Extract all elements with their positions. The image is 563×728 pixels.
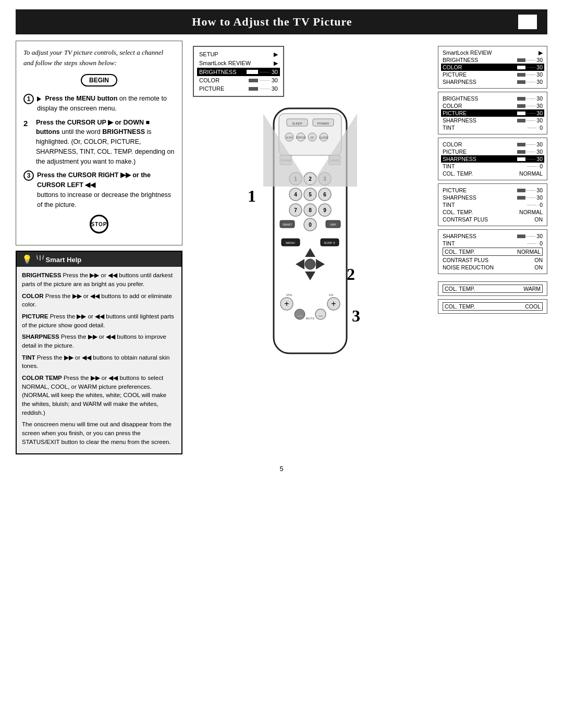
right-menu-7: COL. TEMP. COOL (438, 299, 547, 314)
right-menu-4: PICTURE ········30 SHARPNESS ········30 … (438, 183, 547, 226)
closing-text: The onscreen menu will time out and disa… (22, 420, 176, 446)
rm4-tint: TINT ·········0 (443, 201, 543, 208)
step-2: 2 Press the CURSOR UP ▶ or DOWN ■ button… (23, 118, 175, 167)
step-1-text: Press the MENU button on the remote to d… (37, 94, 175, 114)
step-3: 3 Press the CURSOR RIGHT ▶▶ or the CURSO… (23, 170, 175, 209)
rm2-sharpness: SHARPNESS ········30 (443, 117, 543, 124)
rm1-brightness: BRIGHTNESS ········30 (443, 56, 543, 64)
svg-text:5: 5 (309, 192, 312, 198)
tint-help: TINT Press the ▶▶ or ◀◀ buttons to obtai… (22, 353, 176, 371)
right-menu-3: COLOR ········30 PICTURE ········30 SHAR… (438, 138, 547, 180)
smart-help-title: \ | / Smart Help (36, 255, 81, 264)
smart-help-header: 💡 \ | / Smart Help (17, 252, 181, 267)
intro-box: To adjust your TV picture controls, sele… (16, 41, 182, 245)
rm1-picture: PICTURE ········30 (443, 71, 543, 78)
onscreen-menu-overlay: SETUP ▶ SmartLock REVIEW ▶ BRIGHTNESS ··… (193, 46, 284, 97)
rm2-brightness: BRIGHTNESS ········30 (443, 95, 543, 102)
brightness-label: BRIGHTNESS (22, 272, 61, 278)
rm2-tint: TINT ·········0 (443, 124, 543, 131)
stop-label: STOP (91, 220, 107, 228)
svg-text:VOL: VOL (286, 293, 293, 297)
svg-text:+: + (331, 299, 336, 308)
svg-marker-1 (310, 114, 357, 187)
temp-warm-label: COL. TEMP. (445, 286, 475, 292)
colortemp-help: COLOR TEMP Press the ▶▶ or ◀◀ buttons to… (22, 374, 176, 417)
brightness-help: BRIGHTNESS Press the ▶▶ or ◀◀ buttons un… (22, 271, 176, 288)
step-2-text: Press the CURSOR UP ▶ or DOWN ■ buttons … (36, 118, 175, 167)
svg-text:—: — (298, 313, 302, 318)
step-3-number: 3 (23, 170, 34, 181)
right-menu-1: SmartLock REVIEW▶ BRIGHTNESS ········30 … (438, 46, 547, 89)
rm4-sharpness: SHARPNESS ········30 (443, 194, 543, 201)
menu-color-row: COLOR ········ 30 (199, 76, 278, 84)
temp-warm-value: WARM (523, 286, 541, 292)
lightbulb-icon: 💡 (22, 254, 32, 264)
svg-text:SKIP: SKIP (330, 223, 336, 226)
rm3-coltemp: COL. TEMP. NORMAL (443, 170, 543, 177)
svg-point-52 (305, 259, 315, 269)
funnel-arrows (263, 114, 357, 188)
right-menu-6: COL. TEMP. WARM (438, 281, 547, 296)
tint-label: TINT (22, 354, 35, 361)
rm3-picture: PICTURE ········30 (443, 148, 543, 155)
menu-smartlock-row: SmartLock REVIEW ▶ (199, 59, 278, 68)
right-menu-2: BRIGHTNESS ········30 COLOR ········30 P… (438, 92, 547, 134)
rm2-color: COLOR ········30 (443, 102, 543, 109)
right-menu-5: SHARPNESS ········30 TINT ·········0 COL… (438, 229, 547, 274)
stop-badge: STOP (23, 215, 175, 233)
smart-help-box: 💡 \ | / Smart Help BRIGHTNESS Press the … (16, 251, 182, 454)
rm1-sharpness: SHARPNESS ········30 (443, 78, 543, 85)
picture-help: PICTURE Press the ▶▶ or ◀◀ buttons until… (22, 312, 176, 329)
center-column: SETUP ▶ SmartLock REVIEW ▶ BRIGHTNESS ··… (182, 41, 438, 454)
rm6-coltemp-warm: COL. TEMP. WARM (443, 285, 543, 293)
svg-text:MUTE: MUTE (306, 317, 315, 320)
picture-label: PICTURE (22, 313, 48, 319)
step-1-number: 1 (23, 94, 34, 104)
rm1-smartlock: SmartLock REVIEW▶ (443, 49, 543, 56)
rm5-coltemp-boxed: COL. TEMP. NORMAL (443, 248, 543, 256)
menu-setup-row: SETUP ▶ (199, 50, 278, 59)
rm4-picture: PICTURE ········30 (443, 187, 543, 194)
stop-circle: STOP (90, 215, 108, 233)
svg-text:CH: CH (329, 293, 334, 297)
svg-marker-0 (263, 114, 310, 187)
rm4-contrsat: CONTRSAT PLUS ON (443, 216, 543, 223)
color-help: COLOR Press the ▶▶ or ◀◀ buttons to add … (22, 292, 176, 309)
rm3-sharpness-highlighted: SHARPNESS ········30 (441, 155, 544, 163)
step-3-overlay: 3 (352, 306, 360, 326)
left-column: To adjust your TV picture controls, sele… (16, 41, 182, 454)
color-help-text: Press the ▶▶ or ◀◀ buttons to add or eli… (22, 293, 172, 308)
svg-text:7: 7 (294, 207, 297, 213)
header-corner-box (518, 15, 537, 29)
svg-text:SURF II: SURF II (324, 241, 335, 244)
svg-text:8: 8 (309, 207, 312, 213)
temp-cool-value: COOL (525, 303, 541, 310)
page-number: 5 (0, 465, 563, 473)
color-label: COLOR (22, 293, 44, 299)
menu-picture-row: PICTURE ········ 30 (199, 84, 278, 93)
menu-brightness-row-highlighted: BRIGHTNESS ········ 30 (197, 68, 280, 76)
begin-badge: BEGIN (81, 74, 117, 87)
svg-text:—: — (319, 313, 323, 318)
rm1-color-highlighted: COLOR ········30 (441, 64, 544, 71)
right-column: SmartLock REVIEW▶ BRIGHTNESS ········30 … (438, 41, 547, 454)
colortemp-label: COLOR TEMP (22, 375, 62, 381)
rm3-tint: TINT ·········0 (443, 163, 543, 170)
rm7-coltemp-cool: COL. TEMP. COOL (443, 302, 543, 311)
page-title: How to Adjust the TV Picture (26, 15, 518, 29)
step-1: 1 Press the MENU button on the remote to… (23, 94, 175, 114)
rm4-coltemp: COL. TEMP. NORMAL (443, 208, 543, 216)
step-2-overlay: 2 (347, 265, 355, 284)
svg-text:SMART: SMART (283, 223, 291, 226)
rm5-contrast: CONTRAST PLUS ON (443, 256, 543, 264)
temp-cool-label: COL. TEMP. (445, 303, 475, 310)
tint-help-text: Press the ▶▶ or ◀◀ buttons to obtain nat… (22, 354, 169, 369)
step-1-overlay: 1 (248, 187, 256, 206)
step-3-text: Press the CURSOR RIGHT ▶▶ or the CURSOR … (37, 170, 175, 209)
intro-paragraph: To adjust your TV picture controls, sele… (23, 47, 175, 68)
svg-text:MENU: MENU (286, 241, 295, 244)
smart-help-content: BRIGHTNESS Press the ▶▶ or ◀◀ buttons un… (17, 267, 181, 453)
rm5-tint: TINT ·········0 (443, 240, 543, 247)
svg-text:9: 9 (323, 207, 326, 213)
page-header: How to Adjust the TV Picture (16, 9, 547, 34)
